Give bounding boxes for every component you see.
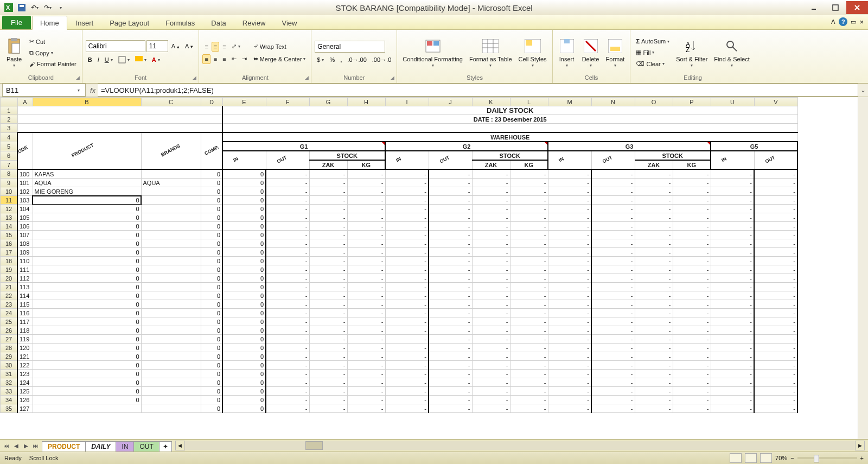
cell[interactable]: - [635, 213, 673, 222]
cell[interactable]: 0 [222, 291, 266, 300]
decrease-indent-button[interactable]: ⇤ [229, 54, 239, 64]
cell[interactable]: - [385, 404, 429, 413]
italic-button[interactable]: I [95, 55, 101, 65]
cell[interactable]: - [754, 274, 797, 283]
cell[interactable] [141, 370, 201, 378]
increase-font-button[interactable]: A▴ [169, 41, 182, 51]
cell[interactable]: - [711, 300, 754, 309]
cell[interactable]: 0 [222, 326, 266, 335]
cell[interactable]: 0 [33, 222, 141, 231]
underline-button[interactable]: U▾ [103, 55, 115, 65]
cell[interactable]: - [472, 387, 510, 396]
cell[interactable]: 0 [222, 187, 266, 196]
cell[interactable]: - [429, 404, 472, 413]
comma-button[interactable]: , [338, 55, 344, 65]
sort-filter-button[interactable]: AZSort & Filter▾ [674, 36, 710, 69]
cell[interactable]: - [266, 231, 309, 239]
cell[interactable]: 114 [17, 291, 33, 300]
cell[interactable]: - [347, 239, 385, 248]
cell[interactable]: - [347, 344, 385, 352]
cell[interactable]: AQUA [33, 179, 141, 187]
close-button[interactable] [846, 1, 868, 14]
cell[interactable]: - [472, 196, 510, 205]
cell[interactable]: - [711, 335, 754, 344]
cell[interactable]: 0 [222, 344, 266, 352]
cell[interactable]: 101 [17, 179, 33, 187]
cell[interactable]: 0 [222, 196, 266, 205]
cell[interactable]: - [711, 179, 754, 187]
cell[interactable]: - [754, 317, 797, 326]
cell[interactable]: 118 [17, 326, 33, 335]
accounting-format-button[interactable]: $▾ [315, 55, 326, 65]
align-bottom-button[interactable]: ≡ [220, 42, 228, 52]
normal-view-button[interactable] [730, 453, 742, 463]
cell[interactable]: - [754, 248, 797, 257]
cell[interactable]: - [635, 257, 673, 265]
cell[interactable]: - [548, 378, 591, 387]
cell[interactable]: - [711, 239, 754, 248]
cell[interactable]: - [347, 274, 385, 283]
cell[interactable]: - [510, 378, 548, 387]
cell[interactable]: - [510, 309, 548, 317]
cell[interactable]: - [635, 179, 673, 187]
cell[interactable]: - [591, 265, 635, 274]
cell[interactable]: 0 [222, 352, 266, 361]
cell[interactable]: 0 [201, 387, 222, 396]
cell[interactable]: - [548, 396, 591, 404]
cell[interactable]: 0 [222, 239, 266, 248]
cell[interactable]: 0 [222, 361, 266, 370]
cell[interactable]: - [385, 344, 429, 352]
cell[interactable]: - [673, 257, 711, 265]
cell[interactable]: - [711, 231, 754, 239]
column-header[interactable]: V [754, 98, 797, 106]
row-header[interactable]: 32 [1, 378, 18, 387]
paste-button[interactable]: Paste▾ [3, 36, 25, 69]
cell[interactable]: - [673, 248, 711, 257]
cell[interactable]: - [347, 265, 385, 274]
cell[interactable]: 0 [33, 396, 141, 404]
cell[interactable]: 0 [201, 169, 222, 179]
cell[interactable]: 0 [201, 265, 222, 274]
row-header[interactable]: 3 [1, 124, 18, 133]
cell[interactable]: - [385, 326, 429, 335]
cell[interactable]: 0 [201, 239, 222, 248]
cell[interactable]: - [754, 335, 797, 344]
column-header[interactable]: C [141, 98, 201, 106]
cell[interactable]: 0 [222, 378, 266, 387]
cell[interactable]: - [347, 387, 385, 396]
cell[interactable]: - [510, 239, 548, 248]
cell[interactable] [141, 265, 201, 274]
cell[interactable]: - [266, 344, 309, 352]
row-header[interactable]: 29 [1, 352, 18, 361]
cell[interactable]: 0 [201, 274, 222, 283]
tab-file[interactable]: File [2, 16, 31, 29]
font-size-input[interactable] [146, 40, 168, 52]
cell[interactable]: - [754, 396, 797, 404]
cell[interactable]: 0 [222, 274, 266, 283]
cell[interactable]: 0 [33, 291, 141, 300]
cell[interactable]: - [754, 309, 797, 317]
increase-decimal-button[interactable]: .0→.00 [345, 55, 368, 65]
cell[interactable]: - [591, 291, 635, 300]
cell[interactable]: - [429, 239, 472, 248]
cell[interactable]: - [429, 248, 472, 257]
cell[interactable]: - [548, 352, 591, 361]
cell[interactable]: - [429, 361, 472, 370]
fx-icon[interactable]: fx [88, 86, 98, 94]
column-header[interactable]: D [201, 98, 222, 106]
align-center-button[interactable]: ≡ [212, 54, 219, 64]
cell[interactable]: 124 [17, 378, 33, 387]
cell[interactable]: - [385, 370, 429, 378]
cell[interactable]: - [309, 335, 347, 344]
cell[interactable]: - [266, 317, 309, 326]
cell[interactable]: 127 [17, 404, 33, 413]
column-header[interactable]: P [673, 98, 711, 106]
cell[interactable]: - [429, 352, 472, 361]
cell[interactable]: - [591, 205, 635, 213]
cell[interactable]: - [548, 231, 591, 239]
cell[interactable]: - [385, 231, 429, 239]
cell[interactable]: 107 [17, 231, 33, 239]
cell[interactable] [141, 283, 201, 291]
row-header[interactable]: 31 [1, 370, 18, 378]
cell[interactable]: - [635, 361, 673, 370]
